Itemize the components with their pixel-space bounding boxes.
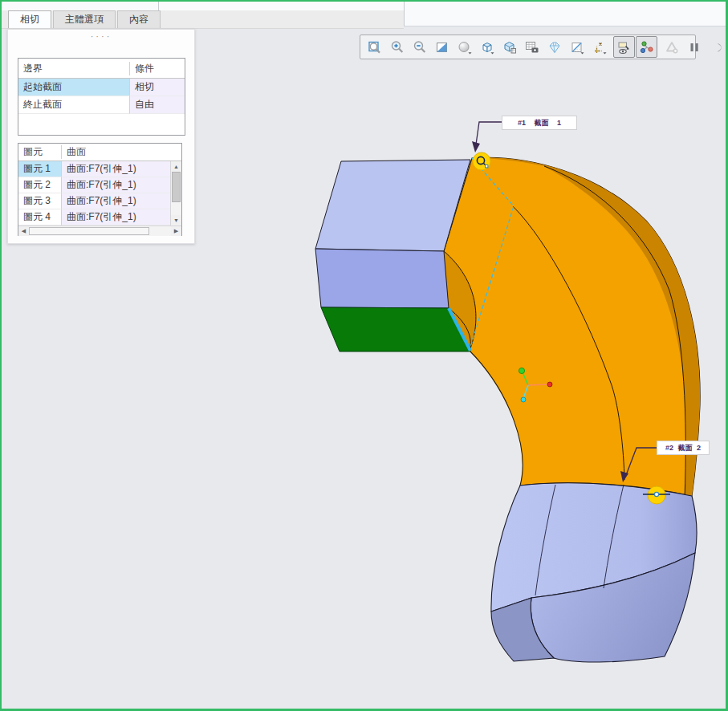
surface-cell[interactable]: 曲面:F7(引伸_1): [62, 193, 170, 209]
zoom-out-icon[interactable]: [409, 36, 430, 58]
horizontal-scrollbar[interactable]: ◀ ▶: [18, 225, 181, 236]
triad-red-handle[interactable]: [547, 382, 552, 387]
section2-label[interactable]: #2 截面 2: [657, 441, 710, 455]
titlebar-divider: [158, 2, 159, 10]
scroll-down-arrow[interactable]: ▼: [171, 215, 181, 225]
tab-strip: 相切 主體選項 內容: [2, 10, 404, 29]
pause-icon[interactable]: [683, 36, 705, 58]
boundary-header-cell: 邊界: [18, 62, 130, 75]
surface-cell[interactable]: 曲面:F7(引伸_1): [62, 177, 170, 193]
section1-marker[interactable]: [473, 152, 490, 170]
element-cell[interactable]: 圖元 3: [18, 193, 62, 209]
section1-label[interactable]: #1 截面 1: [502, 116, 577, 130]
triad-green-handle[interactable]: [519, 368, 524, 373]
boundary-cell[interactable]: 起始截面: [18, 79, 130, 96]
element-cell[interactable]: 圖元 4: [18, 209, 62, 225]
element-table: 圖元 曲面 圖元 1 曲面:F7(引伸_1) 圖元 2 曲面:F7(引伸_1) …: [18, 143, 182, 236]
section-view-icon[interactable]: [566, 36, 588, 58]
tab-tangent[interactable]: 相切: [8, 10, 51, 28]
box-zoom-icon[interactable]: [364, 36, 385, 58]
element-cell[interactable]: 圖元 2: [18, 177, 62, 193]
render-style-icon[interactable]: [453, 36, 475, 58]
header-right-area: [404, 2, 726, 26]
parameters-panel: ···· 邊界 條件 起始截面 相切 終止截面 自由 圖元 曲面 圖元 1 曲面…: [7, 29, 195, 244]
vertical-scroll-track[interactable]: [171, 202, 181, 215]
element-header-cell: 圖元: [18, 145, 62, 159]
table-row[interactable]: 圖元 2 曲面:F7(引伸_1): [18, 177, 170, 193]
surface-header-cell: 曲面: [62, 145, 181, 159]
tab-body-options[interactable]: 主體選項: [53, 10, 116, 28]
table-row[interactable]: 終止截面 自由: [18, 96, 185, 114]
box-front-face: [315, 249, 449, 308]
condition-header-cell: 條件: [130, 62, 185, 75]
boundary-table-header: 邊界 條件: [18, 59, 185, 79]
table-row[interactable]: 圖元 3 曲面:F7(引伸_1): [18, 193, 170, 209]
box-top-face: [315, 160, 470, 251]
condition-cell[interactable]: 相切: [130, 79, 185, 96]
show-dialog-icon[interactable]: [613, 36, 635, 58]
table-row[interactable]: 圖元 4 曲面:F7(引伸_1): [18, 209, 170, 225]
point-preview-icon[interactable]: [636, 36, 657, 58]
scroll-right-arrow[interactable]: ▶: [171, 226, 181, 236]
table-row[interactable]: 圖元 1 曲面:F7(引伸_1): [18, 161, 170, 177]
fit-view-icon[interactable]: [431, 36, 453, 58]
see-through-icon[interactable]: [543, 36, 565, 58]
scroll-left-arrow[interactable]: ◀: [18, 226, 29, 236]
horizontal-scroll-thumb[interactable]: [29, 227, 149, 235]
section1-leader: [472, 122, 502, 152]
end-body-prism[interactable]: [491, 483, 697, 662]
surface-cell[interactable]: 曲面:F7(引伸_1): [62, 209, 170, 225]
check-alert-icon[interactable]: [661, 36, 682, 58]
section1-arrowhead: [472, 141, 480, 152]
named-views-icon[interactable]: [498, 36, 520, 58]
condition-cell[interactable]: 自由: [130, 96, 185, 114]
tab-content[interactable]: 內容: [117, 10, 161, 28]
datum-display-icon[interactable]: [588, 36, 610, 58]
panel-drag-handle[interactable]: ····: [8, 31, 194, 41]
boundary-table: 邊界 條件 起始截面 相切 終止截面 自由: [18, 58, 185, 136]
view-orientation-icon[interactable]: [476, 36, 498, 58]
zoom-in-icon[interactable]: [386, 36, 408, 58]
titlebar-strip: [2, 2, 404, 10]
element-table-header: 圖元 曲面: [18, 144, 181, 161]
vertical-scroll-thumb[interactable]: [172, 172, 181, 202]
scroll-up-arrow[interactable]: ▲: [171, 161, 181, 172]
view-toolbar: [360, 35, 696, 59]
triad-cyan-handle[interactable]: [521, 397, 526, 402]
table-row[interactable]: 起始截面 相切: [18, 79, 185, 96]
surface-cell[interactable]: 曲面:F7(引伸_1): [62, 161, 170, 177]
vertical-scrollbar[interactable]: ▲ ▼: [170, 161, 181, 225]
boundary-cell[interactable]: 終止截面: [18, 96, 130, 114]
horizontal-scroll-track[interactable]: [149, 226, 171, 236]
exit-preview-icon[interactable]: [706, 36, 727, 58]
snapshot-icon[interactable]: [521, 36, 543, 58]
element-cell[interactable]: 圖元 1: [18, 161, 62, 177]
box-green-face: [321, 307, 470, 351]
